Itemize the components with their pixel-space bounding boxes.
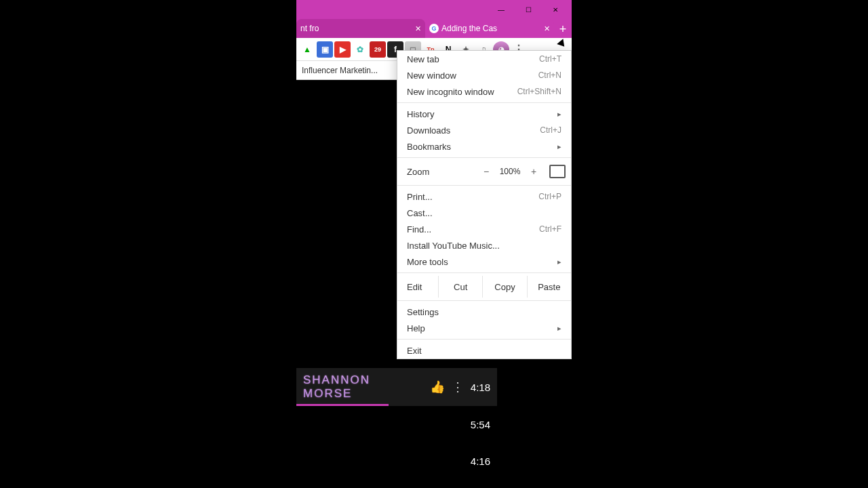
- menu-item-label: New incognito window: [407, 87, 517, 97]
- main-menu: New tabCtrl+TNew windowCtrl+NNew incogni…: [397, 50, 572, 359]
- menu-item-label: Find...: [407, 224, 539, 235]
- menu-item[interactable]: Bookmarks▸: [397, 138, 571, 155]
- chevron-right-icon: ▸: [557, 258, 561, 266]
- menu-item-shortcut: Ctrl+J: [540, 125, 561, 135]
- menu-separator: [397, 157, 571, 158]
- queue-row[interactable]: 4:16: [296, 443, 497, 479]
- menu-item-label: Bookmarks: [407, 142, 557, 152]
- menu-item-label: Cast...: [407, 208, 561, 218]
- menu-item[interactable]: Find...Ctrl+F: [397, 221, 571, 237]
- menu-item[interactable]: Exit: [397, 342, 571, 359]
- maximize-button[interactable]: ☐: [515, 1, 542, 18]
- mini-player: SHANNON MORSE 👍 ⋮ 4:18 5:54 4:16: [296, 368, 497, 479]
- menu-item[interactable]: New incognito windowCtrl+Shift+N: [397, 83, 571, 100]
- tab-1[interactable]: nt fro ✕: [296, 19, 425, 38]
- zoom-label: Zoom: [407, 167, 477, 177]
- menu-item[interactable]: Install YouTube Music...: [397, 237, 571, 253]
- ext-cal-icon[interactable]: 29: [370, 41, 386, 58]
- menu-item[interactable]: History▸: [397, 106, 571, 122]
- menu-item-label: Help: [407, 323, 557, 333]
- zoom-value: 100%: [495, 167, 525, 176]
- thumb-up-icon[interactable]: 👍: [430, 380, 445, 394]
- chevron-right-icon: ▸: [557, 142, 561, 151]
- mini-player-title: SHANNON MORSE: [303, 373, 423, 401]
- menu-edit-row: EditCutCopyPaste: [397, 276, 571, 298]
- close-tab-icon[interactable]: ✕: [415, 24, 421, 33]
- menu-separator: [397, 272, 571, 273]
- mini-player-menu-icon[interactable]: ⋮: [452, 380, 464, 394]
- cut-button[interactable]: Cut: [438, 276, 482, 298]
- tab-2[interactable]: G Adding the Cas ✕: [425, 19, 554, 38]
- menu-separator: [397, 300, 571, 301]
- menu-item-shortcut: Ctrl+F: [539, 224, 561, 234]
- menu-item[interactable]: Cast...: [397, 205, 571, 221]
- edit-label: Edit: [397, 282, 438, 292]
- window-titlebar: — ☐ ✕: [296, 0, 572, 19]
- ext-red-icon[interactable]: ▶: [334, 41, 351, 58]
- menu-separator: [397, 185, 571, 186]
- fullscreen-icon[interactable]: [549, 165, 566, 178]
- menu-item-label: Downloads: [407, 125, 540, 136]
- menu-item[interactable]: DownloadsCtrl+J: [397, 122, 571, 138]
- progress-bar[interactable]: [296, 404, 389, 406]
- menu-item[interactable]: New windowCtrl+N: [397, 67, 571, 83]
- paste-button[interactable]: Paste: [527, 276, 571, 298]
- new-tab-button[interactable]: +: [554, 20, 572, 38]
- minimize-button[interactable]: —: [488, 1, 515, 18]
- menu-separator: [397, 102, 571, 103]
- menu-separator: [397, 339, 571, 340]
- close-button[interactable]: ✕: [542, 1, 569, 18]
- menu-item-label: More tools: [407, 257, 557, 267]
- mini-player-time: 4:18: [471, 382, 490, 393]
- menu-item-shortcut: Ctrl+Shift+N: [517, 87, 561, 96]
- google-favicon-icon: G: [429, 24, 439, 33]
- menu-item-shortcut: Ctrl+P: [538, 192, 561, 201]
- tab-title: Adding the Cas: [441, 24, 541, 33]
- menu-item[interactable]: New tabCtrl+T: [397, 51, 571, 67]
- ext-blue-icon[interactable]: ▣: [317, 41, 333, 58]
- menu-item-label: Print...: [407, 192, 538, 202]
- menu-item-label: History: [407, 109, 557, 119]
- tab-strip: nt fro ✕ G Adding the Cas ✕ +: [296, 19, 572, 38]
- menu-item-label: New window: [407, 70, 538, 81]
- menu-item[interactable]: More tools▸: [397, 253, 571, 270]
- chevron-right-icon: ▸: [557, 110, 561, 119]
- menu-item[interactable]: Help▸: [397, 320, 571, 336]
- chevron-right-icon: ▸: [557, 324, 561, 333]
- zoom-out-button[interactable]: −: [477, 163, 495, 180]
- menu-item-label: Exit: [407, 346, 561, 356]
- menu-item-label: New tab: [407, 54, 539, 64]
- ext-teal-icon[interactable]: ✿: [352, 41, 368, 58]
- queue-row[interactable]: 5:54: [296, 406, 497, 443]
- close-tab-icon[interactable]: ✕: [544, 24, 550, 33]
- bookmark-item[interactable]: Influencer Marketin...: [302, 66, 378, 75]
- menu-item-label: Install YouTube Music...: [407, 241, 561, 251]
- menu-item-label: Settings: [407, 307, 561, 317]
- copy-button[interactable]: Copy: [482, 276, 526, 298]
- menu-item[interactable]: Print...Ctrl+P: [397, 188, 571, 205]
- mini-player-bar[interactable]: SHANNON MORSE 👍 ⋮ 4:18: [296, 368, 497, 406]
- queue-time: 4:16: [471, 455, 490, 467]
- menu-item[interactable]: Settings: [397, 304, 571, 320]
- zoom-in-button[interactable]: +: [525, 163, 542, 180]
- menu-item-shortcut: Ctrl+N: [538, 70, 561, 80]
- queue-time: 5:54: [471, 419, 490, 430]
- tab-title: nt fro: [300, 24, 412, 33]
- drive-icon[interactable]: ▲: [299, 41, 315, 58]
- menu-zoom-row: Zoom−100%+: [397, 161, 571, 182]
- menu-item-shortcut: Ctrl+T: [539, 54, 561, 64]
